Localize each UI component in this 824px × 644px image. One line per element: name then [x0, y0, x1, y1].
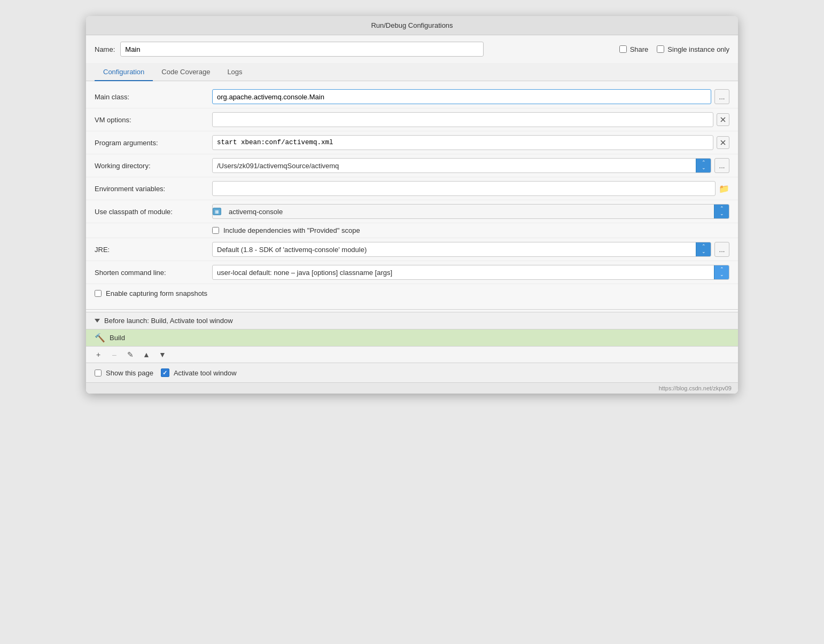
working-directory-dropdown-arrow[interactable] — [696, 158, 711, 173]
env-variables-control: 📁 — [212, 181, 729, 196]
jre-detail-part: (1.8 - SDK of 'activemq-console' module) — [239, 246, 367, 254]
shorten-label: Shorten command line: — [95, 269, 212, 277]
activate-tool-checkbox[interactable] — [161, 368, 169, 377]
program-arguments-control — [212, 135, 729, 150]
env-variables-input[interactable] — [212, 181, 716, 196]
configuration-content: Main class: ... VM options: — [86, 81, 738, 394]
main-window: Run/Debug Configurations Name: Share Sin… — [86, 16, 738, 394]
share-label: Share — [630, 45, 649, 53]
tab-logs[interactable]: Logs — [219, 64, 251, 81]
header-right: Share Single instance only — [619, 45, 729, 53]
classpath-value: activemq-console — [224, 206, 714, 218]
shorten-control: user-local default: none – java [options… — [212, 265, 729, 280]
before-launch-list: 🔨 Build — [86, 329, 738, 347]
bottom-row: Show this page Activate tool window — [86, 363, 738, 382]
snapshot-label[interactable]: Enable capturing form snapshots — [95, 289, 207, 297]
share-checkbox[interactable] — [619, 45, 627, 53]
program-arguments-expand-button[interactable] — [717, 136, 729, 149]
url-bar: https://blog.csdn.net/zkpv09 — [86, 382, 738, 394]
program-arguments-input[interactable] — [212, 135, 713, 150]
classpath-label: Use classpath of module: — [95, 208, 212, 216]
shorten-main-part: user-local default: none — [217, 269, 289, 277]
before-launch-header: Before launch: Build, Activate tool wind… — [86, 312, 738, 329]
include-deps-checkbox[interactable] — [212, 227, 219, 234]
remove-button[interactable]: – — [108, 349, 120, 360]
classpath-dropdown-arrow[interactable] — [714, 204, 729, 219]
build-label: Build — [110, 334, 125, 342]
env-folder-icon[interactable]: 📁 — [719, 184, 729, 194]
section-divider — [86, 309, 738, 310]
build-list-item: 🔨 Build — [86, 329, 738, 346]
classpath-select[interactable]: ▦ activemq-console — [212, 204, 729, 219]
jre-default-part: Default — [217, 246, 239, 254]
vm-options-label: VM options: — [95, 116, 212, 124]
activate-tool-label[interactable]: Activate tool window — [161, 368, 237, 377]
show-page-label[interactable]: Show this page — [95, 369, 153, 377]
main-class-browse-button[interactable]: ... — [714, 89, 729, 104]
before-launch-toolbar: + – ✎ ▲ ▼ — [86, 347, 738, 363]
working-directory-control: /Users/zk091/activemqSource/activemq ... — [212, 158, 729, 173]
move-down-button[interactable]: ▼ — [157, 349, 168, 360]
single-instance-checkbox-group: Single instance only — [657, 45, 729, 53]
url-text: https://blog.csdn.net/zkpv09 — [659, 385, 732, 391]
main-class-row: Main class: ... — [86, 85, 738, 108]
name-label: Name: — [95, 45, 115, 53]
snapshot-row: Enable capturing form snapshots — [86, 284, 738, 303]
main-class-input[interactable] — [212, 89, 711, 104]
working-directory-browse-button[interactable]: ... — [714, 158, 729, 173]
show-page-checkbox[interactable] — [95, 370, 102, 376]
shorten-select[interactable]: user-local default: none – java [options… — [212, 265, 729, 280]
program-arguments-row: Program arguments: — [86, 131, 738, 154]
shorten-value: user-local default: none – java [options… — [213, 266, 714, 279]
snapshot-text: Enable capturing form snapshots — [106, 289, 207, 297]
tab-configuration[interactable]: Configuration — [95, 64, 153, 81]
title-bar: Run/Debug Configurations — [86, 16, 738, 35]
jre-row: JRE: Default (1.8 - SDK of 'activemq-con… — [86, 238, 738, 261]
tabs-bar: Configuration Code Coverage Logs — [86, 63, 738, 81]
share-checkbox-group: Share — [619, 45, 649, 53]
tab-code-coverage[interactable]: Code Coverage — [153, 64, 219, 81]
working-directory-value: /Users/zk091/activemqSource/activemq — [213, 160, 696, 172]
edit-button[interactable]: ✎ — [125, 349, 136, 360]
jre-dropdown-arrow[interactable] — [696, 242, 711, 257]
working-directory-label: Working directory: — [95, 162, 212, 170]
vm-options-input[interactable] — [212, 112, 713, 127]
before-launch-title: Before launch: Build, Activate tool wind… — [104, 317, 233, 325]
single-instance-label: Single instance only — [667, 45, 729, 53]
env-variables-row: Environment variables: 📁 — [86, 177, 738, 200]
shorten-dropdown-arrow[interactable] — [714, 265, 729, 280]
jre-browse-button[interactable]: ... — [714, 242, 729, 257]
working-directory-select[interactable]: /Users/zk091/activemqSource/activemq — [212, 158, 711, 173]
jre-label: JRE: — [95, 246, 212, 254]
classpath-control: ▦ activemq-console — [212, 204, 729, 219]
shorten-row: Shorten command line: user-local default… — [86, 261, 738, 284]
collapse-triangle-icon[interactable] — [95, 319, 100, 323]
single-instance-checkbox[interactable] — [657, 45, 664, 53]
form-area: Main class: ... VM options: — [86, 81, 738, 307]
snapshot-checkbox[interactable] — [95, 290, 102, 297]
window-title: Run/Debug Configurations — [371, 21, 453, 29]
name-input[interactable] — [120, 42, 484, 57]
vm-options-expand-button[interactable] — [717, 113, 729, 126]
include-deps-label[interactable]: Include dependencies with "Provided" sco… — [212, 226, 360, 234]
main-class-control: ... — [212, 89, 729, 104]
jre-value: Default (1.8 - SDK of 'activemq-console'… — [213, 244, 696, 256]
shorten-hint-part: – java [options] classname [args] — [289, 269, 392, 277]
jre-control: Default (1.8 - SDK of 'activemq-console'… — [212, 242, 729, 257]
main-class-label: Main class: — [95, 93, 212, 101]
header-row: Name: Share Single instance only — [86, 35, 738, 63]
env-variables-label: Environment variables: — [95, 185, 212, 193]
vm-options-control — [212, 112, 729, 127]
classpath-row: Use classpath of module: ▦ activemq-cons… — [86, 200, 738, 223]
activate-tool-text: Activate tool window — [174, 369, 237, 377]
show-page-text: Show this page — [106, 369, 153, 377]
include-deps-row: Include dependencies with "Provided" sco… — [86, 223, 738, 238]
add-button[interactable]: + — [92, 349, 104, 360]
vm-options-row: VM options: — [86, 108, 738, 131]
jre-select[interactable]: Default (1.8 - SDK of 'activemq-console'… — [212, 242, 711, 257]
build-icon: 🔨 — [95, 333, 105, 343]
working-directory-row: Working directory: /Users/zk091/activemq… — [86, 154, 738, 177]
move-up-button[interactable]: ▲ — [141, 349, 152, 360]
include-deps-text: Include dependencies with "Provided" sco… — [223, 226, 360, 234]
program-arguments-label: Program arguments: — [95, 139, 212, 147]
